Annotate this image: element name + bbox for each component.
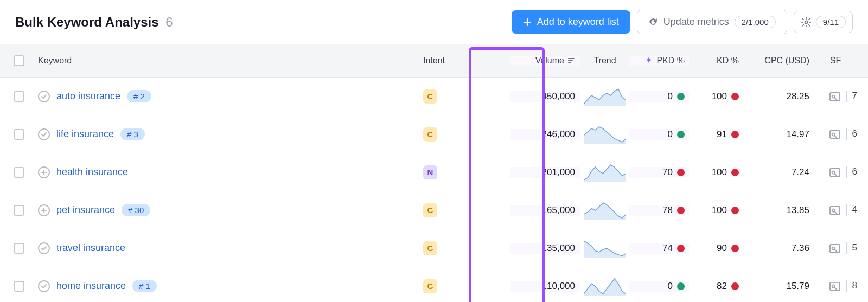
table-row: auto insurance # 2 C 450,000 0 100 28.25…: [0, 78, 868, 115]
kd-dot-icon: [731, 131, 739, 138]
keyword-link[interactable]: health insurance: [56, 166, 128, 178]
sf-divider: [846, 280, 847, 292]
update-count-pill: 2/1,000: [735, 16, 776, 28]
pkd-dot-icon: [677, 207, 685, 214]
title-text: Bulk Keyword Analysis: [15, 15, 159, 29]
check-circle-icon[interactable]: [38, 91, 50, 102]
table-row: health insurance N 201,000 70 100 7.24 6: [0, 153, 868, 191]
kd-dot-icon: [731, 207, 739, 214]
sf-divider: [846, 128, 847, 140]
rank-badge: # 2: [127, 90, 151, 102]
intent-badge: C: [423, 89, 437, 104]
add-to-keyword-list-button[interactable]: Add to keyword list: [512, 10, 630, 34]
kd-cell: 100: [689, 91, 743, 102]
update-button-label: Update metrics: [663, 16, 729, 28]
page-header: Bulk Keyword Analysis 6 Add to keyword l…: [0, 0, 868, 44]
sf-count[interactable]: 7: [852, 91, 857, 102]
refresh-icon: [648, 17, 658, 27]
kd-cell: 91: [689, 129, 743, 140]
pkd-cell: 0: [629, 129, 689, 140]
check-circle-icon[interactable]: [38, 280, 50, 292]
col-keyword[interactable]: Keyword: [38, 56, 72, 66]
volume-cell: 165,000: [510, 205, 580, 216]
table-row: pet insurance # 30 C 165,000 78 100 13.8…: [0, 191, 868, 229]
pkd-cell: 70: [629, 167, 689, 178]
col-cpc[interactable]: CPC (USD): [764, 56, 809, 65]
keyword-link[interactable]: life insurance: [56, 128, 114, 140]
cpc-cell: 14.97: [743, 129, 814, 140]
keyword-link[interactable]: travel insurance: [56, 242, 125, 254]
gear-icon: [801, 17, 812, 28]
volume-cell: 110,000: [510, 281, 580, 292]
trend-sparkline: [584, 87, 626, 106]
sort-desc-icon: [567, 57, 575, 65]
plus-circle-icon[interactable]: [38, 204, 50, 216]
check-circle-icon[interactable]: [38, 128, 50, 140]
plus-circle-icon[interactable]: [38, 166, 50, 178]
add-button-label: Add to keyword list: [537, 16, 619, 28]
plus-icon: [523, 18, 532, 27]
sf-count[interactable]: 6: [852, 128, 857, 140]
cpc-cell: 28.25: [743, 91, 814, 102]
intent-badge: C: [423, 279, 437, 293]
col-pkd[interactable]: PKD %: [644, 56, 685, 66]
pkd-cell: 78: [629, 205, 689, 216]
trend-sparkline: [584, 125, 626, 144]
check-circle-icon[interactable]: [38, 242, 50, 254]
intent-badge: C: [423, 241, 437, 255]
serp-features-icon[interactable]: [829, 92, 841, 101]
settings-count-pill: 9/11: [816, 16, 846, 28]
update-metrics-button[interactable]: Update metrics 2/1,000: [637, 10, 787, 34]
sf-divider: [846, 166, 847, 178]
col-volume[interactable]: Volume: [510, 56, 575, 66]
kd-dot-icon: [731, 282, 739, 290]
keyword-link[interactable]: pet insurance: [56, 204, 115, 216]
sf-divider: [846, 91, 847, 102]
cpc-cell: 13.85: [743, 205, 814, 216]
serp-features-icon[interactable]: [829, 243, 841, 253]
intent-badge: N: [423, 165, 437, 179]
volume-cell: 201,000: [510, 167, 580, 178]
keyword-table: Keyword Intent Volume Trend PKD % KD % C…: [0, 44, 868, 302]
sparkle-icon: [644, 56, 653, 65]
serp-features-icon[interactable]: [829, 205, 841, 215]
sf-count[interactable]: 5: [852, 242, 857, 254]
col-sf[interactable]: SF: [830, 56, 841, 66]
row-checkbox[interactable]: [14, 281, 24, 292]
sf-count[interactable]: 8: [852, 280, 857, 292]
keyword-link[interactable]: auto insurance: [56, 91, 120, 102]
settings-button[interactable]: 9/11: [794, 11, 853, 33]
table-header-row: Keyword Intent Volume Trend PKD % KD % C…: [0, 44, 868, 78]
sf-count[interactable]: 4: [852, 204, 857, 216]
kd-cell: 100: [689, 205, 743, 216]
trend-sparkline: [584, 277, 626, 296]
col-trend[interactable]: Trend: [593, 56, 616, 66]
volume-cell: 135,000: [510, 243, 580, 254]
pkd-dot-icon: [677, 282, 685, 290]
serp-features-icon[interactable]: [829, 168, 841, 177]
pkd-cell: 74: [629, 243, 689, 254]
sf-divider: [846, 204, 847, 216]
pkd-cell: 0: [629, 281, 689, 292]
row-checkbox[interactable]: [14, 167, 24, 178]
cpc-cell: 7.36: [743, 243, 814, 254]
pkd-dot-icon: [677, 93, 685, 100]
col-kd[interactable]: KD %: [717, 56, 739, 66]
cpc-cell: 15.79: [743, 281, 814, 292]
col-intent[interactable]: Intent: [423, 56, 445, 65]
row-checkbox[interactable]: [14, 205, 24, 216]
row-checkbox[interactable]: [14, 91, 24, 102]
select-all-checkbox[interactable]: [14, 55, 24, 66]
pkd-dot-icon: [677, 245, 685, 252]
rank-badge: # 30: [122, 204, 150, 216]
kd-dot-icon: [731, 169, 739, 176]
row-checkbox[interactable]: [14, 129, 24, 140]
serp-features-icon[interactable]: [829, 130, 841, 139]
kd-cell: 82: [689, 281, 743, 292]
keyword-link[interactable]: home insurance: [56, 280, 126, 292]
row-checkbox[interactable]: [14, 243, 24, 254]
serp-features-icon[interactable]: [829, 281, 841, 291]
sf-count[interactable]: 6: [852, 166, 857, 178]
kd-dot-icon: [731, 245, 739, 252]
table-row: home insurance # 1 C 110,000 0 82 15.79 …: [0, 267, 868, 302]
